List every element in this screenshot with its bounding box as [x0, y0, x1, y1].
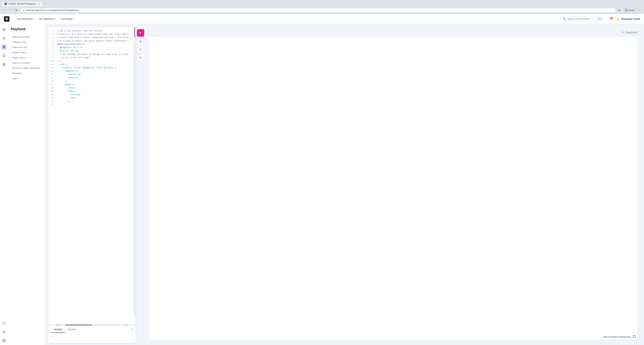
code-line-3: # Access from Control Panel > Advanced S…: [57, 36, 134, 39]
playbook-item-product-option-selections[interactable]: Product w/ Option Selections: [11, 66, 42, 71]
line-num-10: ▶10: [48, 60, 56, 63]
code-line-10: ) {: [57, 60, 134, 63]
chat-fab[interactable]: [630, 333, 638, 340]
playbook-item-single-variant[interactable]: Single Variant: [11, 55, 42, 60]
horizontal-scrollbar[interactable]: ◀ ▶: [48, 324, 136, 326]
extensions-button[interactable]: ⧉: [617, 8, 622, 13]
code-content[interactable]: # Get a few products from the catalog # …: [56, 27, 136, 324]
nav-api-reference[interactable]: API Reference ▾: [37, 16, 58, 22]
line-num-2: 2: [48, 33, 56, 36]
playbook-item-options-variants[interactable]: Options & Variants: [11, 61, 42, 65]
svg-rect-14: [140, 57, 142, 59]
history-button[interactable]: [138, 47, 144, 53]
back-button[interactable]: ←: [2, 8, 7, 13]
code-editor[interactable]: 1 2 3 4 5 6 7 8 9 ▶10 ▶11 ▶12 ▶13 14: [48, 27, 136, 324]
playbook-sidebar: Playbook Paginate products Category Tree…: [8, 24, 45, 345]
code-line-20: entityId: [57, 93, 134, 96]
nav-community[interactable]: Community ▾: [58, 16, 76, 22]
add-playground-button[interactable]: +: [622, 31, 624, 34]
sidebar-icon-settings[interactable]: [1, 337, 7, 344]
playbook-item-login[interactable]: Login: [11, 76, 42, 81]
scrollbar-thumb: [134, 27, 135, 37]
avatar: G: [625, 9, 628, 12]
code-line-2: # Stores in pre-launch or maintenance mo…: [57, 33, 134, 36]
line-num-18: 18: [48, 86, 56, 90]
refresh-button[interactable]: ↻: [14, 8, 19, 13]
vertical-scrollbar[interactable]: [134, 27, 135, 317]
code-line-23: [57, 103, 134, 106]
line-num-17: ▶17: [48, 83, 56, 86]
nav-menu: Documentation ▾ API Reference ▾ Communit…: [15, 16, 555, 22]
prettify-button[interactable]: [138, 39, 144, 45]
sidebar-icon-book[interactable]: [1, 53, 7, 59]
main-content: Playbook Paginate products Category Tree…: [0, 24, 644, 345]
line-numbers: 1 2 3 4 5 6 7 8 9 ▶10 ▶11 ▶12 ▶13 14: [48, 27, 56, 324]
sidebar-icon-extensions[interactable]: [1, 329, 7, 335]
line-num-19: ▶19: [48, 90, 56, 93]
nav-search[interactable]: 🔍 ⌘ K: [561, 16, 604, 22]
line-num-6: 6: [48, 46, 56, 49]
vars-chevron-icon[interactable]: ∨: [131, 328, 133, 331]
api-reference-chevron-icon: ▾: [55, 18, 56, 20]
profile-button[interactable]: G Guest: [623, 8, 636, 13]
line-num-5: 5: [48, 43, 56, 46]
line-num-11: ▶11: [48, 63, 56, 66]
code-line-17: edges {: [57, 83, 134, 86]
code-line-11: site {: [57, 63, 134, 66]
sidebar-icon-grid[interactable]: [1, 44, 7, 50]
code-line-1: # Get a few products from the catalog: [57, 29, 134, 33]
nav-logo[interactable]: [4, 16, 10, 22]
line-num-22: 22: [48, 100, 56, 103]
dev-portal-link[interactable]: Developer Portal: [621, 18, 640, 20]
playbook-item-paginate[interactable]: Paginate products: [11, 35, 42, 39]
scroll-right-arrow[interactable]: ▶: [125, 324, 128, 326]
sidebar-icon-puzzle[interactable]: [1, 62, 7, 68]
scroll-left-arrow[interactable]: ◀: [56, 324, 58, 326]
vars-line-number: 1: [51, 335, 52, 338]
flag-wrapper: 🚩: [610, 17, 614, 21]
address-bar[interactable]: 🔒 developer.bigcommerce.com/graphql-stor…: [20, 8, 616, 13]
line-num-12: ▶12: [48, 66, 56, 70]
code-line-21: name: [57, 96, 134, 100]
vars-tabs: Variables Headers ∨: [48, 326, 136, 333]
svg-rect-6: [4, 46, 5, 47]
code-line-16: }: [57, 80, 134, 83]
sidebar-icons: [0, 24, 8, 345]
dark-mode-icon[interactable]: 🌙: [616, 17, 619, 21]
playbook-item-single-product[interactable]: Single Product: [11, 50, 42, 55]
playbook-item-metafields[interactable]: Metafields: [11, 71, 42, 76]
tab-favicon: G: [4, 3, 7, 5]
line-num-15: 15: [48, 76, 56, 80]
editor-area: 1 2 3 4 5 6 7 8 9 ▶10 ▶11 ▶12 ▶13 14: [45, 24, 644, 345]
headers-tab[interactable]: Headers: [65, 326, 79, 333]
playground-label: Playground: [626, 31, 637, 34]
playbook-item-category-tree[interactable]: Category Tree: [11, 40, 42, 45]
playbook-item-objects-url[interactable]: Objects by URL: [11, 45, 42, 50]
url-text: developer.bigcommerce.com/graphql-storef…: [26, 9, 79, 12]
hscrollbar-thumb: [65, 324, 92, 326]
app-container: Documentation ▾ API Reference ▾ Communit…: [0, 14, 644, 345]
more-button[interactable]: ⋮: [637, 8, 642, 13]
community-chevron-icon: ▾: [73, 18, 74, 20]
code-line-13: pageInfo {: [57, 70, 134, 73]
line-num-20: 20: [48, 93, 56, 96]
tab-close-button[interactable]: ✕: [38, 3, 40, 5]
vars-line-1: 1: [51, 335, 133, 338]
new-tab-button[interactable]: +: [43, 1, 48, 6]
sidebar-icon-history[interactable]: [1, 35, 7, 41]
copy-button[interactable]: [138, 55, 144, 61]
search-input[interactable]: [568, 18, 596, 20]
api-reference-label: API Reference: [39, 18, 54, 20]
nav-documentation[interactable]: Documentation ▾: [15, 16, 36, 22]
sidebar-icon-document[interactable]: [1, 27, 7, 33]
active-tab[interactable]: G GraphQL Storefront Playgroun... ✕: [2, 2, 42, 6]
run-button[interactable]: [137, 29, 144, 37]
sidebar-icon-refresh[interactable]: [1, 320, 7, 326]
vars-content[interactable]: 1: [48, 333, 136, 343]
code-line-7: $cursor: String: [57, 49, 134, 53]
browser-chrome: G GraphQL Storefront Playgroun... ✕ + ← …: [0, 0, 644, 14]
forward-button[interactable]: →: [8, 8, 13, 13]
results-panel: + Playground https://buybutton.store/gra…: [146, 27, 641, 343]
code-line-8: # Use GraphQL variables to change the pa…: [57, 53, 134, 56]
variables-tab[interactable]: Variables: [51, 326, 65, 333]
